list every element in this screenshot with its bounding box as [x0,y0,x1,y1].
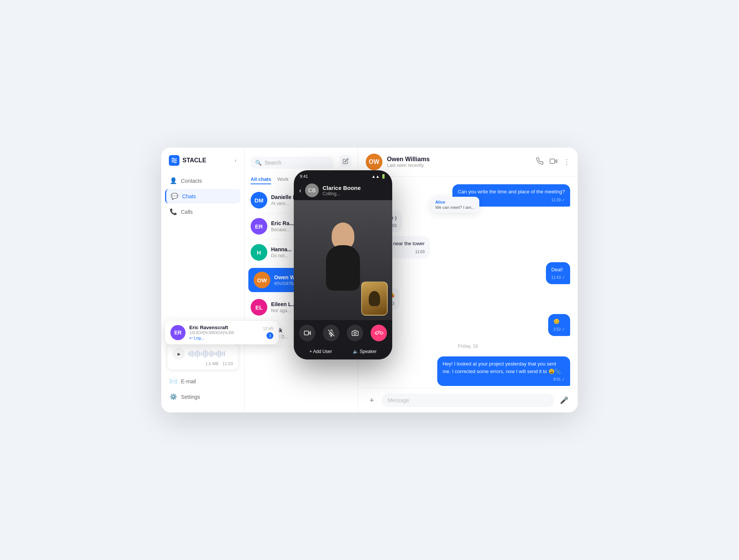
avatar: EL [251,299,267,316]
pip-head [369,291,380,306]
message-time: 8:01 ✓ [443,376,565,382]
search-bar: 🔍 [245,151,340,172]
nav-item-calls[interactable]: 📞 Calls [165,204,240,219]
chats-icon: 💬 [171,193,178,200]
wave-bar [224,351,225,356]
phone-header: ‹ CB Clarice Boone Colling... [294,180,392,200]
message-time: 2:52 ✓ [553,327,565,332]
logo-area: STACLE ‹ [161,155,244,173]
check-icon: ✓ [562,327,565,331]
avatar: H [251,244,267,261]
phone-overlay: 9:41 ▲▲ 🔋 ‹ CB Clarice Boone Colling... [294,170,392,359]
check-icon: ✓ [562,275,565,280]
wave-bar [203,351,204,357]
nav-item-email[interactable]: ✉️ E-mail [165,374,240,389]
eric-avatar: ER [170,325,186,340]
audio-size: 1,5 MB [206,361,219,366]
logo-brand: STACLE [169,155,206,166]
play-button[interactable] [173,348,185,360]
phone-controls [294,320,392,346]
wave-bar [216,352,217,356]
eric-action[interactable]: ↩ Log... [189,336,259,341]
avatar: DM [251,192,267,208]
sidebar-bottom: ✉️ E-mail ⚙️ Settings [161,374,244,405]
wave-bar [195,351,196,357]
svg-point-7 [354,332,356,334]
eric-time: 12:45 [263,326,273,331]
audio-player-row [173,348,233,360]
svg-marker-0 [555,159,557,162]
pip-video [361,282,388,316]
date-divider: Friday, 18 [366,344,570,349]
tab-all-chats[interactable]: All chats [251,176,271,184]
svg-marker-2 [309,331,310,334]
message-bubble: Deal! 11:43 ✓ [546,262,570,285]
wave-bar [218,350,219,358]
wave-bar [192,350,193,357]
phone-status-bar: 9:41 ▲▲ 🔋 [294,170,392,180]
email-icon: ✉️ [170,378,177,385]
caller-name: Clarice Boone [323,185,387,191]
add-user-label: + Add User [309,349,332,354]
alice-text: We can meet? I am... [435,205,475,210]
message-bubble: 😊 2:52 ✓ [548,314,570,336]
eric-notification: ER Eric Ravenscraft 1ßI3O#{%3I8l3O#{%3I8… [165,321,279,344]
wave-bar [207,351,208,356]
phone-bottom-actions: + Add User 🔈 Speaker [294,346,392,359]
video-call-button[interactable] [550,157,557,167]
logo-icon [169,155,179,166]
message-input[interactable] [382,394,554,407]
speaker-button[interactable]: 🔈 Speaker [353,349,377,354]
nav-item-contacts[interactable]: 👤 Contacts [165,173,240,188]
voice-call-button[interactable] [536,157,544,167]
nav-label-contacts: Contacts [181,178,202,184]
wave-bar [210,350,212,357]
end-call-button[interactable] [371,325,387,341]
video-toggle-button[interactable] [299,325,315,341]
mic-button[interactable]: 🎤 [558,394,570,406]
search-input[interactable] [265,160,329,166]
svg-rect-3 [304,331,308,335]
settings-icon: ⚙️ [170,393,177,400]
wave-bar [220,351,221,357]
nav-label-email: E-mail [181,378,196,384]
wave-bar [209,352,210,356]
audio-time: 11:03 [222,361,233,366]
message-text: Can you write the time and place of the … [458,189,565,194]
wave-bar [214,352,215,355]
message-bubble: Hey! I looked at your project yesterday … [437,356,570,386]
audio-player-card: 1,5 MB 11:03 [167,344,239,370]
nav-item-settings[interactable]: ⚙️ Settings [165,389,240,404]
add-user-button[interactable]: + Add User [309,349,332,354]
camera-switch-button[interactable] [347,325,363,341]
check-icon: ✓ [562,377,565,381]
collapse-sidebar-button[interactable]: ‹ [235,157,237,163]
compose-button[interactable] [340,155,352,167]
pip-person [362,282,387,315]
contact-status: Last seen recently [387,163,536,168]
caller-status: Colling... [323,191,387,196]
more-options-button[interactable]: ⋮ [563,158,570,166]
phone-back-button[interactable]: ‹ [299,187,301,194]
mute-button[interactable] [323,325,339,341]
brand-name: STACLE [182,157,206,164]
app-container: STACLE ‹ 👤 Contacts 💬 Chats 📞 Calls [161,148,578,412]
nav-item-chats[interactable]: 💬 Chats [165,189,240,204]
alice-bubble: Alice We can meet? I am... [431,197,479,213]
tab-work[interactable]: Work [277,176,288,184]
sidebar: STACLE ‹ 👤 Contacts 💬 Chats 📞 Calls [161,148,245,412]
wave-bar [193,352,195,356]
attach-button[interactable]: + [366,394,378,406]
header-actions: ⋮ [536,157,570,167]
wave-bar [197,350,198,358]
nav-label-settings: Settings [181,394,200,400]
search-input-wrap: 🔍 [251,157,334,169]
message-text: 😊 [553,319,560,324]
wave-bar [212,351,214,356]
message-input-row: + 🎤 [358,388,578,412]
eric-name: Eric Ravenscraft [189,325,259,330]
contact-name: Owen Williams [387,156,536,163]
message-text: Deal! [551,267,563,272]
body [326,245,360,291]
phone-indicators: ▲▲ 🔋 [371,174,386,179]
